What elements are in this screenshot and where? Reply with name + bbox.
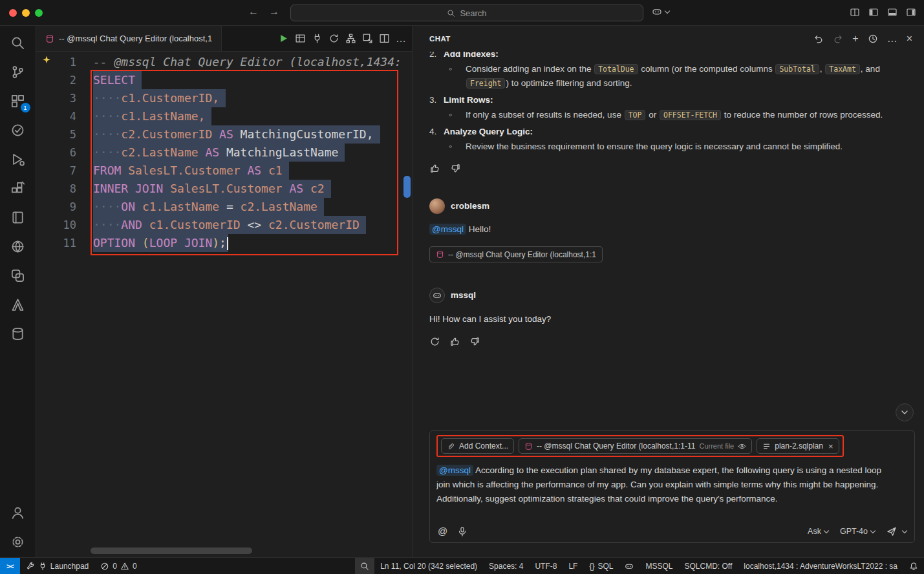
- launchpad-item[interactable]: Launchpad: [20, 558, 94, 574]
- activity-database-projects[interactable]: [8, 323, 28, 344]
- thumbs-up-icon[interactable]: [449, 336, 460, 347]
- more-actions-icon[interactable]: …: [887, 34, 897, 44]
- activity-testing[interactable]: [8, 120, 28, 140]
- settings-button[interactable]: [8, 531, 28, 552]
- cursor-position-item[interactable]: Ln 11, Col 20 (342 selected): [374, 558, 483, 574]
- editor-horizontal-scrollbar[interactable]: [91, 547, 252, 554]
- code-line[interactable]: 3····c1.CustomerID,: [36, 89, 403, 107]
- text-segment: or: [646, 110, 659, 120]
- close-window-button[interactable]: [9, 9, 17, 17]
- code-token: MatchingCustomerID,: [241, 127, 374, 141]
- code-line[interactable]: 7FROM SalesLT.Customer AS c1: [36, 162, 403, 180]
- run-query-icon[interactable]: [278, 33, 289, 44]
- code-token: c2: [310, 182, 325, 195]
- mssql-item[interactable]: MSSQL: [639, 558, 678, 574]
- attachment-sqlplan[interactable]: plan-2.sqlplan ×: [757, 438, 839, 454]
- toggle-panel-icon[interactable]: [887, 7, 897, 17]
- eye-icon[interactable]: [738, 442, 746, 451]
- zoom-item[interactable]: [355, 558, 374, 574]
- code-line[interactable]: 2SELECT: [36, 71, 403, 89]
- remote-indicator[interactable]: ><: [0, 558, 20, 574]
- regenerate-icon[interactable]: [429, 336, 440, 347]
- chat-input-text[interactable]: @mssql According to the execution plan s…: [436, 463, 897, 506]
- open-results-icon[interactable]: [362, 33, 373, 44]
- remove-attachment-icon[interactable]: ×: [828, 441, 833, 451]
- code-editor[interactable]: 1-- @mssql Chat Query Editor (localhost,…: [36, 52, 412, 557]
- copilot-menu-button[interactable]: [652, 6, 669, 17]
- editor-vertical-scrollbar[interactable]: [403, 52, 412, 557]
- indentation-item[interactable]: Spaces: 4: [483, 558, 529, 574]
- code-token: =: [226, 200, 241, 213]
- activity-run-debug[interactable]: [8, 149, 28, 169]
- chat-history-icon[interactable]: [868, 34, 878, 44]
- source-control-branch-icon: [10, 65, 25, 80]
- notifications-item[interactable]: [903, 558, 924, 574]
- copilot-icon: [625, 562, 634, 571]
- code-line[interactable]: 8INNER JOIN SalesLT.Customer AS c2: [36, 180, 403, 198]
- thumbs-up-icon[interactable]: [429, 163, 440, 174]
- language-item[interactable]: {} SQL: [583, 558, 619, 574]
- activity-notebooks[interactable]: [8, 207, 28, 228]
- undo-icon[interactable]: [813, 34, 824, 44]
- code-line[interactable]: 10····AND c1.CustomerID <> c2.CustomerID: [36, 216, 403, 234]
- command-center-search[interactable]: Search: [290, 5, 643, 21]
- eol-item[interactable]: LF: [563, 558, 583, 574]
- code-line[interactable]: 1-- @mssql Chat Query Editor (localhost,…: [36, 53, 403, 71]
- user-message-text: @mssql Hello!: [429, 222, 915, 237]
- split-columns-icon[interactable]: [850, 7, 860, 17]
- code-line[interactable]: 11OPTION (LOOP JOIN);: [36, 234, 403, 252]
- accounts-button[interactable]: [8, 502, 28, 523]
- activity-source-control[interactable]: [8, 61, 28, 82]
- sqlcmd-item[interactable]: SQLCMD: Off: [679, 558, 738, 574]
- toggle-sidebar-right-icon[interactable]: [906, 7, 916, 17]
- encoding-item[interactable]: UTF-8: [529, 558, 563, 574]
- editor-tab[interactable]: -- @mssql Chat Query Editor (localhost,1: [36, 26, 222, 51]
- mode-dropdown[interactable]: Ask: [808, 527, 828, 536]
- code-line[interactable]: 5····c2.CustomerID AS MatchingCustomerID…: [36, 125, 403, 144]
- activity-github[interactable]: [8, 236, 28, 257]
- add-context-button[interactable]: Add Context...: [441, 438, 514, 454]
- thumbs-down-icon[interactable]: [469, 336, 480, 347]
- more-actions-icon[interactable]: …: [396, 33, 407, 45]
- send-button[interactable]: [886, 526, 907, 537]
- message-attachment-pill[interactable]: -- @mssql Chat Query Editor (localhost,1…: [429, 246, 603, 262]
- toggle-sidebar-left-icon[interactable]: [868, 7, 879, 17]
- activity-extensions[interactable]: [8, 178, 28, 198]
- search-placeholder: Search: [460, 8, 486, 18]
- scroll-to-bottom-button[interactable]: [896, 403, 914, 421]
- connection-item[interactable]: localhost,1434 : AdventureWorksLT2022 : …: [738, 558, 903, 574]
- mention-icon[interactable]: @: [438, 526, 447, 537]
- copilot-status-item[interactable]: [619, 558, 639, 574]
- problems-item[interactable]: 0 0: [94, 558, 142, 574]
- connection-plug-icon[interactable]: [312, 33, 323, 44]
- thumbs-down-icon[interactable]: [450, 163, 461, 174]
- navigate-back-icon[interactable]: ←: [248, 6, 259, 17]
- code-line[interactable]: 4····c1.LastName,: [36, 107, 403, 125]
- minimize-window-button[interactable]: [22, 9, 30, 17]
- code-line[interactable]: 9····ON c1.LastName = c2.LastName: [36, 198, 403, 216]
- attachment-label: plan-2.sqlplan: [775, 441, 823, 451]
- microphone-icon[interactable]: [457, 526, 467, 537]
- code-line[interactable]: 6····c2.LastName AS MatchingLastName: [36, 144, 403, 162]
- redo-icon[interactable]: [833, 34, 843, 44]
- close-panel-icon[interactable]: ×: [907, 34, 912, 44]
- inline-code: TaxAmt: [825, 64, 860, 74]
- estimated-plan-icon[interactable]: [328, 33, 339, 44]
- new-chat-icon[interactable]: +: [852, 34, 858, 44]
- results-grid-icon[interactable]: [295, 33, 306, 44]
- activity-copilot-chat[interactable]: [8, 265, 28, 286]
- attachment-current-file[interactable]: -- @mssql Chat Query Editor (localhost,1…: [519, 438, 752, 454]
- model-dropdown[interactable]: GPT-4o: [840, 527, 875, 536]
- activity-search[interactable]: [8, 32, 28, 53]
- split-editor-icon[interactable]: [379, 33, 390, 44]
- activity-remote-explorer[interactable]: 1: [8, 90, 28, 111]
- navigate-forward-icon[interactable]: →: [269, 6, 279, 17]
- chat-input-box[interactable]: Add Context... -- @mssql Chat Query Edit…: [429, 430, 915, 543]
- maximize-window-button[interactable]: [35, 9, 43, 17]
- scrollbar-marker[interactable]: [403, 176, 411, 198]
- schema-designer-icon[interactable]: [345, 33, 356, 44]
- input-controls: @ Ask GPT-4o: [438, 526, 907, 537]
- list-bullet: ◦If only a subset of results is needed, …: [429, 108, 915, 122]
- text-segment: Consider adding an index on the: [466, 64, 594, 74]
- activity-azure[interactable]: [8, 294, 28, 315]
